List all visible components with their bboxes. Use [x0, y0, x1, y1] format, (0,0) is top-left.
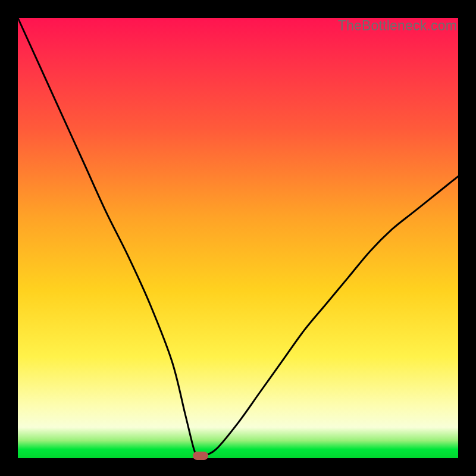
chart-frame: TheBottleneck.com [0, 0, 476, 476]
optimum-marker [193, 452, 208, 460]
chart-plot-area [18, 18, 458, 458]
watermark-text: TheBottleneck.com [338, 18, 457, 34]
curve-path [18, 18, 458, 457]
bottleneck-curve [18, 18, 458, 458]
